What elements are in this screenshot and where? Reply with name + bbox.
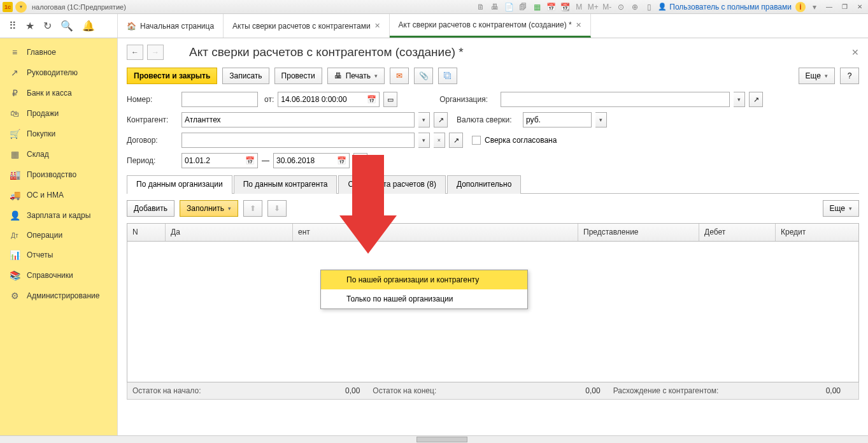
period-to-input[interactable]: 30.06.2018📅 bbox=[273, 153, 350, 168]
tab-home[interactable]: 🏠 Начальная страница bbox=[118, 14, 224, 38]
contract-clear-button[interactable]: × bbox=[434, 133, 445, 148]
contract-open-button[interactable]: ↗ bbox=[449, 133, 463, 148]
sidebar-item-production[interactable]: 🏭Производство bbox=[0, 164, 117, 185]
sidebar-item-reports[interactable]: 📊Отчеты bbox=[0, 245, 117, 265]
col-n[interactable]: N bbox=[127, 224, 166, 241]
calc-icon[interactable]: ▦ bbox=[532, 2, 542, 12]
sidebar-item-purchases[interactable]: 🛒Покупки bbox=[0, 124, 117, 144]
close-icon[interactable]: ✕ bbox=[576, 21, 581, 29]
print-button[interactable]: 🖶Печать▾ bbox=[327, 68, 385, 84]
doctab-additional[interactable]: Дополнительно bbox=[447, 175, 521, 194]
menu-item-only-org[interactable]: Только по нашей организации bbox=[321, 289, 527, 309]
compare-icon[interactable]: 🗐 bbox=[518, 2, 528, 12]
apps-icon[interactable]: ⠿ bbox=[9, 20, 17, 32]
user-label[interactable]: 👤 Пользователь с полными правами bbox=[658, 3, 792, 11]
m-icon[interactable]: M bbox=[574, 2, 584, 12]
sidebar-item-stock[interactable]: ▦Склад bbox=[0, 144, 117, 164]
attach-button[interactable]: 📎 bbox=[414, 68, 433, 84]
move-down-button[interactable]: ⬇ bbox=[267, 200, 287, 217]
horizontal-scrollbar[interactable] bbox=[0, 435, 868, 443]
restore-button[interactable]: ❐ bbox=[839, 3, 850, 11]
back-icon[interactable]: ⊙ bbox=[616, 2, 626, 12]
add-row-button[interactable]: Добавить bbox=[127, 200, 174, 217]
bell-icon[interactable]: 🔔 bbox=[82, 20, 95, 32]
mminus-icon[interactable]: M- bbox=[602, 2, 612, 12]
doctab-accounts[interactable]: Счета учета расчетов (8) bbox=[338, 175, 445, 194]
period-label: Период: bbox=[127, 156, 178, 165]
sidebar-item-assets[interactable]: 🚚ОС и НМА bbox=[0, 185, 117, 205]
doc-icon[interactable]: 📄 bbox=[504, 2, 514, 12]
contractor-open-button[interactable]: ↗ bbox=[434, 112, 448, 127]
doctab-org-data[interactable]: По данным организации bbox=[127, 175, 232, 194]
close-doc-button[interactable]: ✕ bbox=[851, 47, 859, 57]
close-button[interactable]: ✕ bbox=[854, 3, 865, 11]
scrollbar-thumb[interactable] bbox=[416, 437, 467, 442]
sidebar-item-catalogs[interactable]: 📚Справочники bbox=[0, 265, 117, 286]
more-button[interactable]: Еще▾ bbox=[799, 68, 835, 84]
org-dropdown-button[interactable]: ▾ bbox=[734, 92, 745, 107]
mplus-icon[interactable]: M+ bbox=[588, 2, 598, 12]
contractor-input[interactable]: Атланттех bbox=[181, 112, 415, 127]
fill-button[interactable]: Заполнить▾ bbox=[180, 200, 238, 217]
contract-dropdown-button[interactable]: ▾ bbox=[418, 133, 430, 148]
sidebar-item-main[interactable]: ≡Главное bbox=[0, 42, 117, 62]
menu-item-org-and-contractor[interactable]: По нашей организации и контрагенту bbox=[321, 270, 527, 289]
period-from-input[interactable]: 01.01.2📅 bbox=[181, 153, 258, 168]
app-menu-dropdown[interactable]: ▾ bbox=[15, 1, 27, 13]
structure-button[interactable]: ⿻ bbox=[438, 68, 457, 84]
file-icon[interactable]: 🗎 bbox=[476, 2, 486, 12]
fill-dropdown-menu: По нашей организации и контрагенту Тольк… bbox=[320, 270, 528, 309]
sidebar-item-admin[interactable]: ⚙Администрирование bbox=[0, 286, 117, 306]
nav-back-button[interactable]: ← bbox=[127, 45, 143, 60]
post-button[interactable]: Провести bbox=[274, 68, 322, 84]
gear-icon: ⚙ bbox=[9, 291, 20, 301]
history-icon[interactable]: ↻ bbox=[43, 20, 52, 32]
calendar31-icon[interactable]: 📆 bbox=[560, 2, 570, 12]
panel-icon[interactable]: ▯ bbox=[644, 2, 654, 12]
currency-input[interactable]: руб. bbox=[523, 112, 592, 127]
sidebar-item-sales[interactable]: 🛍Продажи bbox=[0, 103, 117, 124]
col-rep[interactable]: Представление bbox=[578, 224, 699, 241]
sidebar-item-operations[interactable]: ДтОперации bbox=[0, 226, 117, 245]
help-button[interactable]: ? bbox=[840, 68, 859, 84]
email-button[interactable]: ✉ bbox=[390, 68, 409, 84]
contract-input[interactable] bbox=[181, 133, 415, 148]
close-icon[interactable]: ✕ bbox=[374, 22, 380, 30]
zoom-icon[interactable]: ⊕ bbox=[630, 2, 640, 12]
star-icon[interactable]: ★ bbox=[25, 20, 34, 32]
contractor-dropdown-button[interactable]: ▾ bbox=[418, 112, 430, 127]
save-button[interactable]: Записать bbox=[222, 68, 269, 84]
col-cred[interactable]: Кредит bbox=[776, 224, 858, 241]
doctab-contractor-data[interactable]: По данным контрагента bbox=[234, 175, 338, 194]
content: ← → Акт сверки расчетов с контрагентом (… bbox=[118, 38, 868, 435]
agreed-checkbox[interactable] bbox=[472, 136, 481, 145]
table-body[interactable] bbox=[127, 242, 858, 382]
menu-icon: ≡ bbox=[9, 47, 20, 57]
table-more-button[interactable]: Еще▾ bbox=[823, 200, 859, 217]
info-icon[interactable]: i bbox=[795, 2, 806, 12]
tab-acts-list[interactable]: Акты сверки расчетов с контрагентами ✕ bbox=[224, 14, 389, 38]
info-dd-icon[interactable]: ▾ bbox=[809, 2, 820, 12]
calendar-icon[interactable]: 📅 bbox=[546, 2, 556, 12]
currency-dropdown-button[interactable]: ▾ bbox=[595, 112, 607, 127]
col-date[interactable]: Да bbox=[166, 224, 293, 241]
sidebar-item-manager[interactable]: ↗Руководителю bbox=[0, 62, 117, 83]
sidebar-item-bank[interactable]: ₽Банк и касса bbox=[0, 83, 117, 103]
post-close-button[interactable]: Провести и закрыть bbox=[127, 68, 217, 84]
nav-forward-button[interactable]: → bbox=[147, 45, 164, 60]
org-open-button[interactable]: ↗ bbox=[749, 92, 763, 107]
print-icon[interactable]: 🖶 bbox=[490, 2, 500, 12]
date-input[interactable]: 14.06.2018 0:00:00📅 bbox=[278, 92, 380, 107]
start-balance-value: 0,00 bbox=[334, 386, 373, 395]
col-deb[interactable]: Дебет bbox=[699, 224, 776, 241]
minimize-button[interactable]: — bbox=[823, 3, 835, 11]
col-doc[interactable]: ент bbox=[293, 224, 578, 241]
tab-act-create[interactable]: Акт сверки расчетов с контрагентом (созд… bbox=[390, 14, 591, 38]
sidebar-item-hr[interactable]: 👤Зарплата и кадры bbox=[0, 205, 117, 226]
doc-status-button[interactable]: ▭ bbox=[383, 92, 397, 107]
number-input[interactable] bbox=[181, 92, 258, 107]
search-icon[interactable]: 🔍 bbox=[60, 20, 73, 32]
period-picker-button[interactable]: ... bbox=[353, 153, 367, 168]
move-up-button[interactable]: ⬆ bbox=[243, 200, 262, 217]
org-input[interactable] bbox=[501, 92, 730, 107]
